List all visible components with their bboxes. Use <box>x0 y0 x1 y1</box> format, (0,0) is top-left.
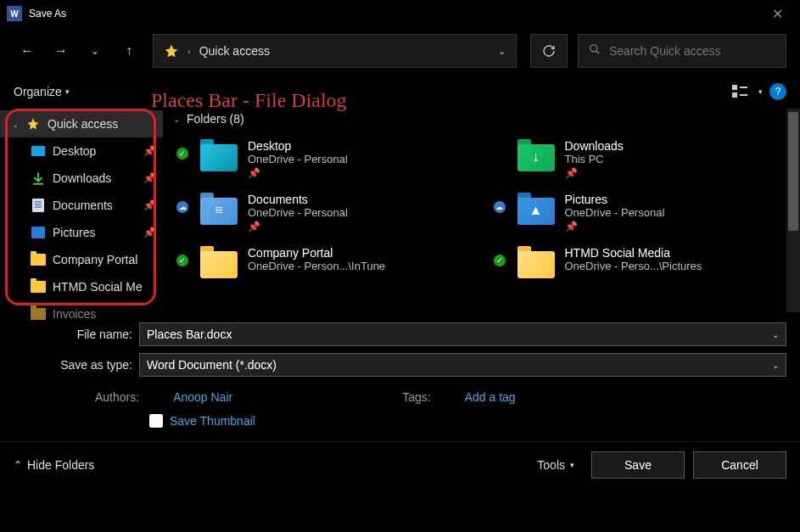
filename-label: File name: <box>14 328 132 341</box>
folder-item[interactable]: ✓DesktopOneDrive - Personal📌 <box>173 136 473 182</box>
sidebar-item-pictures[interactable]: Pictures 📌 <box>0 219 163 246</box>
folder-icon <box>517 246 555 278</box>
sidebar-item-label: Documents <box>53 199 113 212</box>
sidebar-item-company-portal[interactable]: Company Portal <box>0 246 163 273</box>
recent-dropdown[interactable]: ⌄ <box>81 37 109 64</box>
folder-icon <box>200 246 238 278</box>
sync-check-icon: ✓ <box>176 148 188 160</box>
filename-combobox[interactable]: ⌄ <box>139 322 786 346</box>
folder-name: Downloads <box>565 139 624 153</box>
close-button[interactable]: ✕ <box>762 3 793 25</box>
path-separator-icon: › <box>187 46 191 56</box>
sidebar-item-invoices[interactable]: Invoices <box>0 300 163 328</box>
scrollbar-vertical[interactable] <box>786 109 800 312</box>
tools-button[interactable]: Tools ▾ <box>529 453 583 477</box>
save-thumbnail-checkbox[interactable] <box>149 414 163 428</box>
folder-name: HTMD Social Media <box>565 246 702 260</box>
title-bar: W Save As ✕ <box>0 0 800 27</box>
folder-info: Company PortalOneDrive - Person...\InTun… <box>248 246 385 272</box>
chevron-down-icon: ⌄ <box>12 120 19 129</box>
save-thumbnail-label[interactable]: Save Thumbnail <box>170 414 255 428</box>
content-area: ⌄ Quick access Desktop 📌 Downloads 📌 Doc… <box>0 109 800 312</box>
up-button[interactable]: ↑ <box>115 37 143 64</box>
folders-header[interactable]: ⌄ Folders (8) <box>173 112 790 126</box>
svg-rect-3 <box>740 87 747 88</box>
folders-header-label: Folders (8) <box>187 112 244 126</box>
sync-badge-col: ☁ <box>176 193 190 213</box>
search-input[interactable] <box>609 44 775 58</box>
sidebar-item-quick-access[interactable]: ⌄ Quick access <box>0 110 163 137</box>
authors-value[interactable]: Anoop Nair <box>173 390 232 404</box>
forward-button[interactable]: → <box>48 37 75 64</box>
folder-info: DownloadsThis PC📌 <box>565 139 624 179</box>
caret-down-icon[interactable]: ▾ <box>758 87 763 96</box>
folder-info: PicturesOneDrive - Personal📌 <box>565 193 665 232</box>
folder-location: This PC <box>565 153 624 165</box>
star-icon <box>164 43 179 59</box>
sync-badge-col <box>494 139 507 148</box>
folder-icon <box>31 306 46 322</box>
chevron-up-icon: ⌃ <box>14 459 22 471</box>
address-bar[interactable]: › Quick access ⌄ <box>153 34 517 68</box>
sidebar-item-htmd[interactable]: HTMD Social Me <box>0 273 163 300</box>
chevron-down-icon[interactable]: ⌄ <box>772 330 779 339</box>
svg-rect-1 <box>732 85 737 90</box>
tags-label: Tags: <box>402 390 430 404</box>
pin-icon: 📌 <box>565 221 665 232</box>
search-icon <box>589 43 601 59</box>
folder-item[interactable]: ✓HTMD Social MediaOneDrive - Perso...\Pi… <box>490 243 791 282</box>
save-button[interactable]: Save <box>591 451 685 479</box>
folder-icon: ↓ <box>517 139 555 171</box>
folder-name: Documents <box>248 193 348 206</box>
back-button[interactable]: ← <box>14 37 41 64</box>
folder-name: Company Portal <box>248 246 385 260</box>
toolbar: Organize ▾ ▾ ? <box>0 75 800 109</box>
sidebar-item-label: Invoices <box>53 307 96 321</box>
view-mode-button[interactable] <box>728 80 752 104</box>
authors-label: Authors: <box>95 390 139 404</box>
help-button[interactable]: ? <box>769 83 786 100</box>
sidebar-item-desktop[interactable]: Desktop 📌 <box>0 137 163 165</box>
organize-button[interactable]: Organize ▾ <box>14 85 70 98</box>
hide-folders-label: Hide Folders <box>27 458 94 472</box>
filename-input[interactable] <box>147 328 772 341</box>
organize-label: Organize <box>14 85 62 98</box>
tags-value[interactable]: Add a tag <box>465 390 516 404</box>
sync-badge-col: ☁ <box>494 193 507 213</box>
save-type-combobox[interactable]: Word Document (*.docx) ⌄ <box>139 353 786 377</box>
pin-icon: 📌 <box>143 145 156 157</box>
scrollbar-thumb[interactable] <box>788 112 798 231</box>
picture-icon <box>31 225 46 240</box>
folder-item[interactable]: ↓DownloadsThis PC📌 <box>490 136 791 182</box>
folder-icon <box>31 279 46 294</box>
folder-info: HTMD Social MediaOneDrive - Perso...\Pic… <box>565 246 702 272</box>
address-text: Quick access <box>199 44 490 58</box>
desktop-icon <box>31 143 46 159</box>
sync-check-icon: ✓ <box>176 255 188 266</box>
folder-info: DocumentsOneDrive - Personal📌 <box>248 193 348 232</box>
sidebar-item-label: Downloads <box>53 171 111 185</box>
folder-item[interactable]: ☁≡DocumentsOneDrive - Personal📌 <box>173 189 473 236</box>
sidebar-item-documents[interactable]: Documents 📌 <box>0 192 163 219</box>
sync-badge-col: ✓ <box>494 246 507 266</box>
folder-icon <box>31 252 46 267</box>
folder-name: Pictures <box>565 193 665 206</box>
cancel-button[interactable]: Cancel <box>693 451 786 479</box>
sidebar-item-downloads[interactable]: Downloads 📌 <box>0 165 163 192</box>
sync-cloud-icon: ☁ <box>176 201 188 213</box>
chevron-down-icon[interactable]: ⌄ <box>772 361 779 370</box>
svg-rect-4 <box>740 94 747 96</box>
refresh-button[interactable] <box>530 34 568 68</box>
folder-view: ⌄ Folders (8) ✓DesktopOneDrive - Persona… <box>163 109 800 312</box>
pin-icon: 📌 <box>248 221 348 232</box>
folder-name: Desktop <box>248 139 348 153</box>
sidebar-item-label: Company Portal <box>53 253 137 266</box>
chevron-down-icon[interactable]: ⌄ <box>498 46 506 57</box>
sidebar-item-label: Desktop <box>53 144 96 158</box>
folder-item[interactable]: ☁▲PicturesOneDrive - Personal📌 <box>490 189 791 236</box>
save-type-label: Save as type: <box>14 358 132 372</box>
hide-folders-button[interactable]: ⌃ Hide Folders <box>14 458 94 472</box>
search-box[interactable] <box>578 34 786 68</box>
window-title: Save As <box>29 8 66 20</box>
folder-item[interactable]: ✓Company PortalOneDrive - Person...\InTu… <box>173 243 473 282</box>
